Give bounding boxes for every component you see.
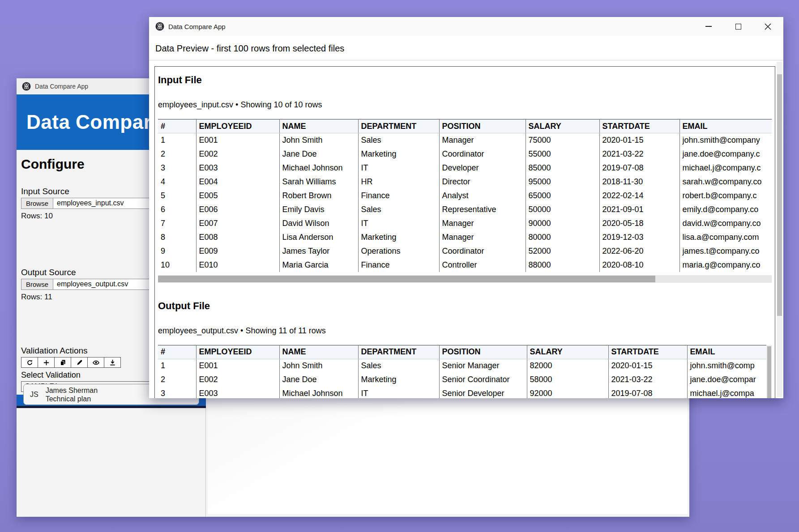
add-action-button[interactable] — [38, 357, 55, 368]
table-cell: E007 — [196, 217, 279, 230]
table-cell: IT — [358, 387, 439, 398]
table-cell: 10 — [158, 258, 196, 272]
table-cell: 75000 — [526, 133, 599, 147]
horizontal-scrollbar[interactable] — [158, 275, 772, 283]
table-row: 5E005Robert BrownFinanceAnalyst650002022… — [158, 189, 772, 203]
table-cell: Senior Coordinator — [439, 373, 527, 387]
table-cell: Manager — [439, 133, 526, 147]
horizontal-scrollbar-thumb[interactable] — [158, 276, 655, 282]
table-cell: 5 — [158, 189, 196, 203]
table-cell: 65000 — [526, 189, 599, 203]
input-filename: employees_input.csv — [53, 198, 124, 209]
table-cell: jane.doe@compar — [687, 373, 772, 387]
refresh-action-button[interactable] — [21, 357, 38, 368]
preview-window-title: Data Compare App — [168, 23, 226, 30]
table-cell: Sales — [358, 133, 439, 147]
preview-vertical-scrollbar[interactable] — [777, 62, 782, 397]
preview-window-titlebar[interactable]: Data Compare App — [149, 17, 783, 36]
output-source-label: Output Source — [21, 268, 76, 277]
table-cell: E001 — [196, 359, 279, 373]
column-header: EMAIL — [679, 119, 772, 133]
edit-icon — [76, 359, 83, 366]
table-cell: 80000 — [526, 230, 599, 244]
output-browse-button[interactable]: Browse — [21, 279, 53, 289]
table-cell: Sales — [358, 203, 439, 217]
table-cell: Michael Johnson — [279, 387, 358, 398]
copy-action-button[interactable] — [54, 357, 71, 368]
column-header: DEPARTMENT — [358, 345, 439, 359]
table-cell: 8 — [158, 230, 196, 244]
table-cell: sarah.w@company.co — [679, 175, 772, 189]
input-file-meta: employees_input.csv • Showing 10 of 10 r… — [158, 100, 772, 110]
table-cell: Robert Brown — [279, 189, 358, 203]
view-icon — [93, 359, 99, 366]
user-subtitle: Technical plan — [46, 395, 98, 403]
column-header: STARTDATE — [599, 119, 679, 133]
table-cell: Coordinator — [439, 147, 526, 161]
table-cell: 2020-08-10 — [599, 258, 679, 272]
output-file-heading: Output File — [158, 300, 772, 312]
column-header: EMAIL — [687, 345, 772, 359]
table-cell: Jane Doe — [279, 147, 358, 161]
table-cell: John Smith — [279, 359, 358, 373]
table-row: 2E002Jane DoeMarketingSenior Coordinator… — [158, 373, 772, 387]
table-cell: 2021-03-22 — [608, 373, 687, 387]
table-cell: E003 — [196, 387, 279, 398]
table-cell: Manager — [439, 230, 526, 244]
minimize-icon — [705, 26, 712, 27]
table-cell: david.w@company.co — [679, 217, 772, 230]
input-source-label: Input Source — [21, 187, 69, 196]
table-cell: 90000 — [526, 217, 599, 230]
refresh-icon — [26, 359, 33, 366]
column-header: SALARY — [526, 119, 599, 133]
table-cell: 2019-07-08 — [599, 161, 679, 175]
preview-vertical-scrollbar-thumb[interactable] — [777, 74, 782, 316]
output-file-meta: employees_output.csv • Showing 11 of 11 … — [158, 326, 772, 336]
column-header: NAME — [279, 345, 358, 359]
view-action-button[interactable] — [87, 357, 104, 368]
input-browse-button[interactable]: Browse — [21, 198, 53, 209]
close-button[interactable] — [763, 21, 773, 31]
maximize-button[interactable] — [733, 21, 743, 31]
table-cell: E002 — [196, 147, 279, 161]
desktop: Data Compare App Data Compare Configure … — [0, 0, 799, 532]
table-row: 1E001John SmithSalesManager750002020-01-… — [158, 133, 772, 147]
table-row: 4E004Sarah WilliamsHRDirector950002018-1… — [158, 175, 772, 189]
table-cell: Finance — [358, 189, 439, 203]
table-row: 6E006Emily DavisSalesRepresentative50000… — [158, 203, 772, 217]
table-cell: 2018-11-30 — [599, 175, 679, 189]
output-filename: employees_output.csv — [53, 279, 128, 289]
column-header: NAME — [279, 119, 358, 133]
app-icon — [155, 22, 164, 31]
app-icon — [22, 82, 31, 91]
table-cell: IT — [358, 161, 439, 175]
output-table-scrollbar[interactable] — [766, 345, 772, 399]
download-icon — [109, 359, 116, 366]
table-cell: E002 — [196, 373, 279, 387]
user-name: James Sherman — [46, 386, 98, 395]
table-cell: 2021-09-01 — [599, 203, 679, 217]
window-controls — [704, 21, 777, 31]
output-table-scrollbar-thumb[interactable] — [767, 346, 771, 399]
table-cell: Lisa Anderson — [279, 230, 358, 244]
table-cell: Emily Davis — [279, 203, 358, 217]
minimize-button[interactable] — [704, 21, 714, 31]
download-action-button[interactable] — [104, 357, 121, 368]
column-header: DEPARTMENT — [358, 119, 439, 133]
output-table: #EMPLOYEEIDNAMEDEPARTMENTPOSITIONSALARYS… — [158, 345, 772, 399]
table-cell: Senior Developer — [439, 387, 527, 398]
table-cell: Representative — [439, 203, 526, 217]
table-cell: Sales — [358, 359, 439, 373]
edit-action-button[interactable] — [71, 357, 88, 368]
table-cell: Michael Johnson — [279, 161, 358, 175]
column-header: POSITION — [439, 345, 527, 359]
table-row: 3E003Michael JohnsonITDeveloper850002019… — [158, 161, 772, 175]
table-cell: 9 — [158, 244, 196, 258]
table-cell: Jane Doe — [279, 373, 358, 387]
column-header: # — [158, 119, 196, 133]
table-cell: james.t@company.co — [679, 244, 772, 258]
table-cell: 2021-03-22 — [599, 147, 679, 161]
column-header: EMPLOYEEID — [196, 345, 279, 359]
table-cell: 58000 — [527, 373, 608, 387]
table-cell: James Taylor — [279, 244, 358, 258]
